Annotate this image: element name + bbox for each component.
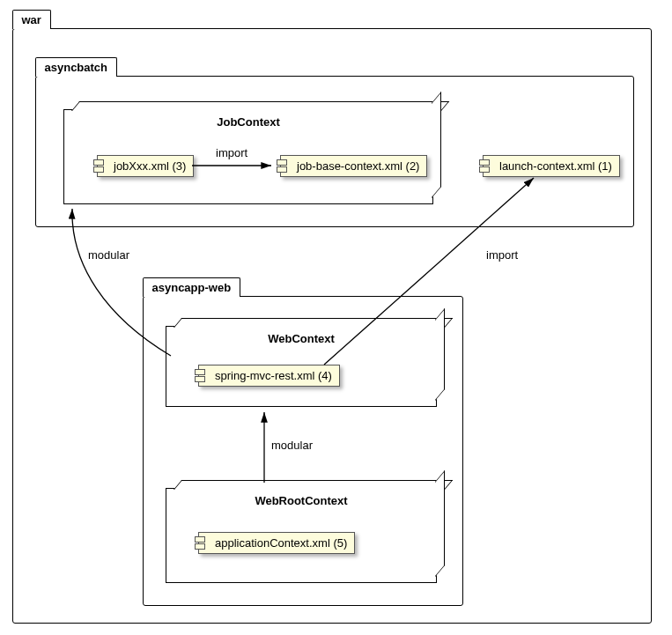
node-job-context-title: JobContext	[64, 110, 432, 132]
component-app-context: applicationContext.xml (5)	[198, 532, 355, 554]
edge-label-import1: import	[216, 146, 247, 159]
component-launch: launch-context.xml (1)	[483, 155, 620, 177]
edge-label-import2: import	[486, 248, 518, 262]
package-war-label: war	[22, 13, 41, 26]
package-asyncapp-web-tab: asyncapp-web	[143, 277, 241, 297]
package-asyncapp-web-label: asyncapp-web	[152, 281, 232, 294]
component-app-context-label: applicationContext.xml (5)	[215, 536, 347, 550]
node-web-context-title: WebContext	[166, 327, 436, 349]
component-spring-mvc-label: spring-mvc-rest.xml (4)	[215, 369, 332, 382]
package-war-tab: war	[12, 10, 51, 29]
component-job-base-label: job-base-context.xml (2)	[297, 159, 419, 173]
component-jobxxx: jobXxx.xml (3)	[97, 155, 194, 177]
component-launch-label: launch-context.xml (1)	[499, 159, 612, 173]
component-job-base: job-base-context.xml (2)	[280, 155, 427, 177]
component-spring-mvc: spring-mvc-rest.xml (4)	[198, 365, 340, 387]
edge-label-modular2: modular	[271, 439, 313, 452]
package-asyncbatch-label: asyncbatch	[45, 61, 108, 74]
node-web-root-context-title: WebRootContext	[166, 489, 436, 511]
edge-label-modular1: modular	[88, 248, 129, 262]
component-jobxxx-label: jobXxx.xml (3)	[114, 159, 186, 173]
package-asyncbatch-tab: asyncbatch	[35, 57, 118, 77]
